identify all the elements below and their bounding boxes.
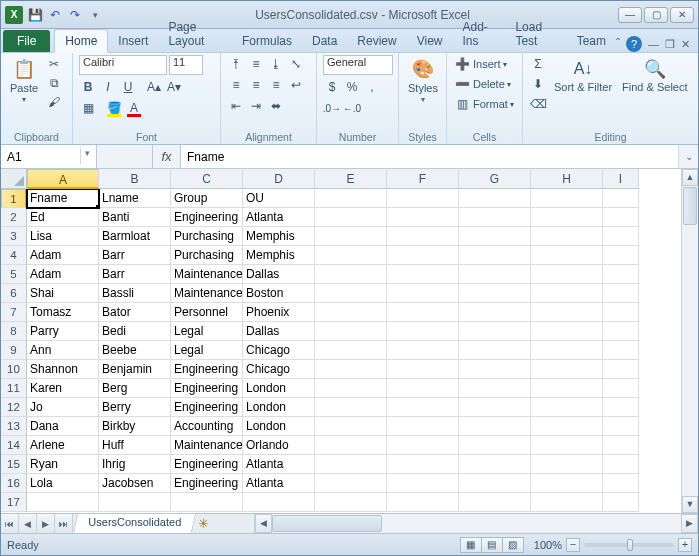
format-painter-icon[interactable]: 🖌 <box>45 93 63 111</box>
cell[interactable]: Tomasz <box>27 303 99 322</box>
cell[interactable]: Barr <box>99 265 171 284</box>
align-bottom-icon[interactable]: ⭳ <box>267 55 285 73</box>
cell[interactable] <box>531 322 603 341</box>
zoom-slider[interactable] <box>584 543 674 547</box>
cell[interactable]: Purchasing <box>171 227 243 246</box>
redo-icon[interactable]: ↷ <box>67 7 83 23</box>
row-header[interactable]: 1 <box>1 189 27 208</box>
view-page-layout-icon[interactable]: ▤ <box>481 537 503 553</box>
cell[interactable] <box>387 322 459 341</box>
name-box-dropdown-icon[interactable]: ▾ <box>80 148 94 164</box>
cell[interactable]: Dallas <box>243 265 315 284</box>
cell[interactable]: Engineering <box>171 208 243 227</box>
cell[interactable]: Berg <box>99 379 171 398</box>
cell[interactable] <box>603 208 639 227</box>
increase-decimal-icon[interactable]: .0→ <box>323 99 341 117</box>
cell[interactable] <box>531 246 603 265</box>
cell[interactable] <box>459 322 531 341</box>
cell[interactable] <box>459 265 531 284</box>
tab-load-test[interactable]: Load Test <box>505 16 566 52</box>
cell[interactable]: Maintenance <box>171 265 243 284</box>
cell[interactable] <box>531 379 603 398</box>
help-icon[interactable]: ? <box>626 36 642 52</box>
align-middle-icon[interactable]: ≡ <box>247 55 265 73</box>
cell[interactable] <box>315 322 387 341</box>
cell[interactable] <box>387 417 459 436</box>
cell[interactable]: Boston <box>243 284 315 303</box>
cell[interactable] <box>459 284 531 303</box>
cell[interactable] <box>531 493 603 512</box>
format-cells-button[interactable]: ▥Format▾ <box>453 95 514 113</box>
fx-button[interactable]: fx <box>153 145 181 168</box>
cell[interactable] <box>315 417 387 436</box>
paste-button[interactable]: 📋 Paste ▾ <box>7 55 41 106</box>
cell[interactable]: Personnel <box>171 303 243 322</box>
cell[interactable]: Memphis <box>243 246 315 265</box>
scroll-up-button[interactable]: ▲ <box>682 169 698 186</box>
cell[interactable] <box>531 284 603 303</box>
cell[interactable] <box>459 341 531 360</box>
column-header-F[interactable]: F <box>387 169 459 189</box>
align-left-icon[interactable]: ≡ <box>227 76 245 94</box>
column-header-C[interactable]: C <box>171 169 243 189</box>
cell[interactable] <box>603 227 639 246</box>
undo-icon[interactable]: ↶ <box>47 7 63 23</box>
cell[interactable] <box>387 341 459 360</box>
cell[interactable] <box>459 398 531 417</box>
border-button[interactable]: ▦ <box>79 99 97 117</box>
tab-team[interactable]: Team <box>567 30 616 52</box>
row-header[interactable]: 15 <box>1 455 27 474</box>
cell[interactable]: Engineering <box>171 474 243 493</box>
tab-review[interactable]: Review <box>347 30 406 52</box>
cell[interactable]: Banti <box>99 208 171 227</box>
cell[interactable]: Atlanta <box>243 474 315 493</box>
cell[interactable]: Ann <box>27 341 99 360</box>
ribbon-minimize-icon[interactable]: ˆ <box>616 37 620 51</box>
fill-color-button[interactable]: 🪣 <box>105 99 123 117</box>
cell[interactable] <box>459 360 531 379</box>
cell[interactable] <box>315 189 387 208</box>
cell[interactable] <box>603 417 639 436</box>
cell[interactable] <box>27 493 99 512</box>
sheet-nav-first-icon[interactable]: ⏮ <box>1 514 19 533</box>
cell[interactable] <box>387 189 459 208</box>
column-header-G[interactable]: G <box>459 169 531 189</box>
cell[interactable]: Maintenance <box>171 436 243 455</box>
cell[interactable]: Adam <box>27 265 99 284</box>
cell[interactable] <box>315 208 387 227</box>
doc-minimize-icon[interactable]: — <box>648 38 659 50</box>
row-header[interactable]: 7 <box>1 303 27 322</box>
cell[interactable]: Purchasing <box>171 246 243 265</box>
cell[interactable]: Berry <box>99 398 171 417</box>
view-page-break-icon[interactable]: ▧ <box>502 537 524 553</box>
grid-body[interactable]: FnameLnameGroupOUEdBantiEngineeringAtlan… <box>27 189 639 513</box>
cell[interactable]: Jacobsen <box>99 474 171 493</box>
cell[interactable] <box>459 417 531 436</box>
cell[interactable] <box>603 189 639 208</box>
cell[interactable] <box>603 284 639 303</box>
cell[interactable] <box>531 474 603 493</box>
row-header[interactable]: 12 <box>1 398 27 417</box>
cell[interactable] <box>315 265 387 284</box>
cell[interactable]: Shai <box>27 284 99 303</box>
cell[interactable] <box>315 303 387 322</box>
cell[interactable] <box>387 436 459 455</box>
zoom-out-button[interactable]: − <box>566 538 580 552</box>
cell[interactable] <box>531 417 603 436</box>
cell[interactable] <box>531 398 603 417</box>
fill-icon[interactable]: ⬇ <box>529 75 547 93</box>
cell[interactable] <box>459 208 531 227</box>
cell[interactable] <box>603 341 639 360</box>
cell[interactable]: London <box>243 417 315 436</box>
cell[interactable] <box>531 227 603 246</box>
horizontal-scrollbar[interactable]: ◀ ▶ <box>254 514 698 533</box>
row-header[interactable]: 9 <box>1 341 27 360</box>
cell[interactable]: Bassli <box>99 284 171 303</box>
cell[interactable]: Orlando <box>243 436 315 455</box>
cell[interactable]: Group <box>171 189 243 208</box>
column-header-D[interactable]: D <box>243 169 315 189</box>
cell[interactable] <box>387 360 459 379</box>
cell[interactable] <box>603 322 639 341</box>
cell[interactable]: Huff <box>99 436 171 455</box>
doc-restore-icon[interactable]: ❐ <box>665 38 675 51</box>
